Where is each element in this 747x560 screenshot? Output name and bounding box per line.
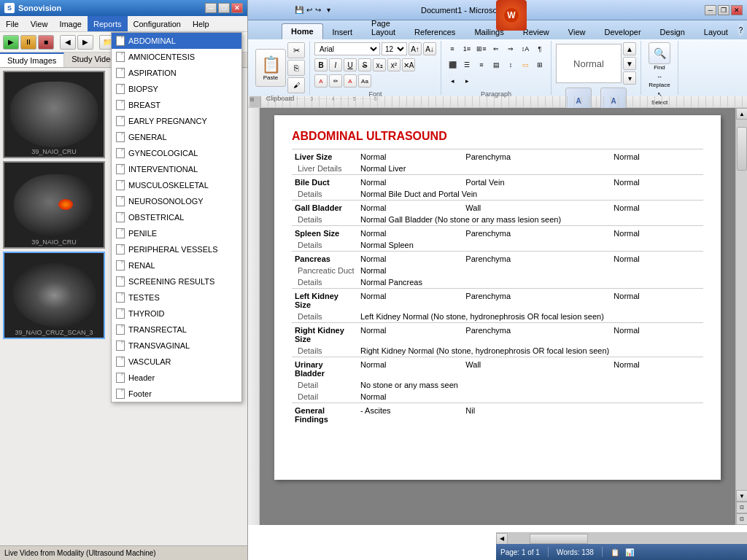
tab-study-images[interactable]: Study Images: [0, 52, 64, 67]
font-color-btn[interactable]: A: [344, 74, 357, 88]
toolbar-stop-btn[interactable]: ■: [38, 35, 54, 50]
justify-btn[interactable]: ▤: [489, 58, 503, 71]
scan-thumb-1[interactable]: 39_NAIO_CRU: [3, 71, 105, 158]
text-effects-btn[interactable]: A: [314, 74, 328, 88]
tab-view[interactable]: View: [559, 24, 595, 39]
tab-developer[interactable]: Developer: [595, 24, 650, 39]
styles-preview[interactable]: Normal: [556, 44, 622, 83]
increase-indent-btn[interactable]: ⇒: [504, 42, 517, 55]
report-item-renal[interactable]: RENAL: [112, 257, 241, 273]
bullets-btn[interactable]: ≡: [446, 42, 459, 55]
hscroll-track[interactable]: [508, 533, 747, 544]
word-minimize-btn[interactable]: ─: [705, 5, 716, 15]
styles-more-btn[interactable]: ▾: [623, 71, 636, 85]
report-item-obstetrical[interactable]: OBSTETRICAL: [112, 209, 241, 225]
clear-format-btn[interactable]: ✕A: [402, 58, 415, 71]
scan-thumb-2[interactable]: 39_NAIO_CRU: [3, 161, 105, 249]
sort-btn[interactable]: ↕A: [519, 42, 532, 55]
superscript-btn[interactable]: x²: [387, 58, 400, 71]
toolbar-back-btn[interactable]: ◀: [60, 35, 76, 50]
underline-btn[interactable]: U: [344, 58, 357, 71]
sono-close-btn[interactable]: ✕: [231, 3, 243, 13]
word-help-btn[interactable]: ?: [738, 23, 744, 36]
report-item-footer[interactable]: Footer: [112, 386, 241, 402]
align-center-btn[interactable]: ☰: [460, 58, 473, 71]
scroll-pageup-btn[interactable]: ⊡: [736, 502, 747, 513]
scan-thumb-3[interactable]: 39_NAIO_CRUZ_SCAN_3: [3, 252, 105, 339]
tab-layout[interactable]: Layout: [694, 24, 738, 39]
report-item-neurosonology[interactable]: NEUROSONOLOGY: [112, 193, 241, 209]
tab-page-layout[interactable]: Page Layout: [362, 15, 405, 39]
change-case-btn[interactable]: Aa: [358, 74, 371, 88]
report-item-screening[interactable]: SCREENING RESULTS: [112, 273, 241, 289]
subscript-btn[interactable]: x₂: [373, 58, 386, 71]
tab-references[interactable]: References: [405, 24, 465, 39]
sono-minimize-btn[interactable]: ─: [205, 3, 217, 13]
menu-help[interactable]: Help: [187, 16, 215, 31]
scroll-down-btn[interactable]: ▼: [736, 490, 747, 502]
font-face-select[interactable]: Arial: [314, 42, 380, 55]
word-quick-dropdown[interactable]: ▾: [327, 6, 330, 14]
toolbar-play-btn[interactable]: ▶: [3, 35, 19, 50]
copy-button[interactable]: ⎘: [287, 60, 305, 76]
decrease-indent-btn[interactable]: ⇐: [489, 42, 503, 55]
report-item-peripheral[interactable]: PERIPHERAL VESSELS: [112, 241, 241, 257]
line-spacing-btn[interactable]: ↕: [504, 58, 517, 71]
align-left-btn[interactable]: ⬛: [446, 58, 459, 71]
report-item-musculoskeletal[interactable]: MUSCULOSKELETAL: [112, 177, 241, 193]
report-item-amniocentesis[interactable]: AMNIOCENTESIS: [112, 49, 241, 65]
word-doc-scroll[interactable]: ABDOMINAL ULTRASOUND Liver Size Normal P…: [260, 108, 735, 525]
word-quick-undo[interactable]: ↩: [306, 6, 312, 14]
office-button[interactable]: W: [496, 0, 527, 31]
bold-btn[interactable]: B: [314, 58, 328, 71]
menu-image[interactable]: Image: [53, 16, 88, 31]
menu-file[interactable]: File: [0, 16, 25, 31]
report-item-aspiration[interactable]: ASPIRATION: [112, 65, 241, 81]
scroll-up-btn[interactable]: ▲: [736, 108, 747, 120]
font-size-select[interactable]: 12: [382, 42, 407, 55]
hscroll-thumb[interactable]: [530, 534, 588, 544]
styles-down-btn[interactable]: ▼: [623, 57, 636, 70]
decrease-indent2-btn[interactable]: ◂: [446, 74, 459, 88]
grow-font-btn[interactable]: A↑: [409, 42, 422, 55]
fill-color-btn[interactable]: ▭: [519, 58, 532, 71]
paste-button[interactable]: 📋 Paste: [255, 49, 286, 87]
format-painter-button[interactable]: 🖌: [287, 77, 305, 93]
tab-design[interactable]: Design: [651, 24, 694, 39]
sono-maximize-btn[interactable]: □: [218, 3, 230, 13]
menu-configuration[interactable]: Configuration: [128, 16, 187, 31]
toolbar-pause-btn[interactable]: ⏸: [20, 35, 36, 50]
show-hide-btn[interactable]: ¶: [533, 42, 546, 55]
tab-home[interactable]: Home: [282, 23, 323, 39]
replace-btn[interactable]: ↔ Replace: [646, 72, 673, 88]
border-btn[interactable]: ⊞: [533, 58, 546, 71]
report-item-testes[interactable]: TESTES: [112, 289, 241, 306]
tab-insert[interactable]: Insert: [323, 24, 363, 39]
hscroll-left-btn[interactable]: ◀: [496, 533, 508, 545]
report-item-penile[interactable]: PENILE: [112, 225, 241, 241]
highlight-btn[interactable]: ✏: [329, 74, 342, 88]
report-item-biopsy[interactable]: BIOPSY: [112, 81, 241, 97]
menu-reports[interactable]: Reports: [88, 16, 128, 31]
scroll-pagedown-btn[interactable]: ⊡: [736, 513, 747, 525]
report-item-transrectal[interactable]: TRANSRECTAL: [112, 322, 241, 338]
word-close-btn[interactable]: ✕: [731, 5, 743, 15]
report-item-general[interactable]: GENERAL: [112, 129, 241, 145]
multilevel-btn[interactable]: ⊞≡: [475, 42, 488, 55]
report-item-vascular[interactable]: VASCULAR: [112, 354, 241, 370]
find-btn[interactable]: 🔍 Find: [646, 42, 673, 71]
increase-indent2-btn[interactable]: ▸: [460, 74, 473, 88]
scroll-thumb[interactable]: [737, 127, 747, 171]
report-item-interventional[interactable]: INTERVENTIONAL: [112, 161, 241, 177]
word-quick-redo[interactable]: ↪: [315, 6, 321, 14]
italic-btn[interactable]: I: [329, 58, 342, 71]
align-right-btn[interactable]: ≡: [475, 58, 488, 71]
ruler-corner[interactable]: ⊞: [249, 96, 261, 107]
menu-view[interactable]: View: [25, 16, 54, 31]
toolbar-forward-btn[interactable]: ▶: [77, 35, 93, 50]
word-quick-save[interactable]: 💾: [295, 6, 303, 14]
cut-button[interactable]: ✂: [287, 42, 305, 58]
report-item-early-pregnancy[interactable]: EARLY PREGNANCY: [112, 113, 241, 129]
numbering-btn[interactable]: 1≡: [460, 42, 473, 55]
styles-up-btn[interactable]: ▲: [623, 42, 636, 55]
